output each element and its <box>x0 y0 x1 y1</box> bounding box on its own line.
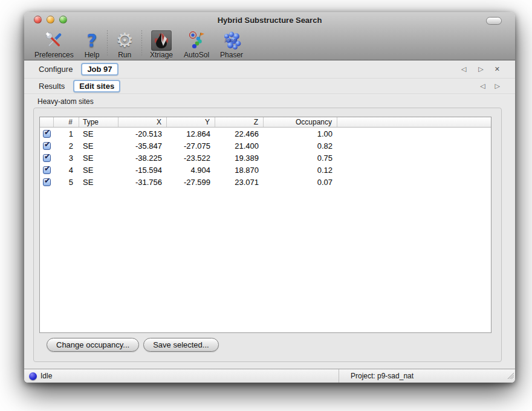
subtab-nav-left-icon[interactable]: ◁ <box>478 82 487 90</box>
sites-table-header: # Type X Y Z Occupancy <box>40 117 491 128</box>
phaser-label: Phaser <box>220 51 243 59</box>
site-y-cell: 4.904 <box>167 166 215 175</box>
site-occupancy-cell: 0.82 <box>264 141 337 150</box>
zoom-window-button[interactable] <box>59 16 67 24</box>
window-header: Hybrid Substructure Search <box>24 12 515 60</box>
content-area: Configure Job 97 ◁ ▷ ✕ Results Edit site… <box>24 60 515 369</box>
traffic-lights <box>34 16 67 24</box>
tab-job-97[interactable]: Job 97 <box>81 63 118 76</box>
preferences-label: Preferences <box>34 51 74 59</box>
sub-tab-bar: Results Edit sites ◁ ▷ <box>24 79 515 94</box>
help-label: Help <box>85 51 100 59</box>
subtab-nav-right-icon[interactable]: ▷ <box>493 82 502 90</box>
table-row[interactable]: 1 SE -20.513 12.864 22.466 1.00 <box>40 128 491 140</box>
site-occupancy-cell: 0.12 <box>264 166 337 175</box>
table-actions: Change occupancy... Save selected... <box>47 338 492 352</box>
xtriage-drop-icon <box>151 30 172 51</box>
toolbar-separator <box>107 30 108 57</box>
site-num-cell: 2 <box>54 141 79 150</box>
header-checkbox-col[interactable] <box>40 117 54 127</box>
toolbar-toggle-pill-button[interactable] <box>486 17 502 25</box>
gear-icon: ⚙ <box>115 30 134 51</box>
header-occupancy[interactable]: Occupancy <box>264 117 337 127</box>
site-checkbox[interactable] <box>43 166 51 174</box>
titlebar[interactable]: Hybrid Substructure Search <box>24 12 515 28</box>
toolbar-separator <box>141 30 142 57</box>
site-x-cell: -20.513 <box>118 129 167 138</box>
table-row[interactable]: 4 SE -15.594 4.904 18.870 0.12 <box>40 164 491 176</box>
site-z-cell: 22.466 <box>215 129 264 138</box>
site-y-cell: -27.075 <box>167 141 215 150</box>
question-mark-icon: ? <box>87 30 97 51</box>
crossed-tools-icon <box>43 30 65 51</box>
tab-nav-right-icon[interactable]: ▷ <box>476 65 485 73</box>
site-type-cell: SE <box>79 154 118 163</box>
site-z-cell: 21.400 <box>215 141 264 150</box>
site-checkbox[interactable] <box>43 154 51 162</box>
site-occupancy-cell: 0.07 <box>264 178 337 187</box>
help-button[interactable]: ? Help <box>79 29 105 59</box>
site-type-cell: SE <box>79 141 118 150</box>
change-occupancy-button[interactable]: Change occupancy... <box>47 338 139 352</box>
site-num-cell: 4 <box>54 166 79 175</box>
tab-edit-sites[interactable]: Edit sites <box>73 80 120 92</box>
site-x-cell: -35.847 <box>118 141 167 150</box>
window-title: Hybrid Substructure Search <box>24 16 515 25</box>
run-button[interactable]: ⚙ Run <box>110 29 139 59</box>
phaser-button[interactable]: phaser Phaser <box>215 29 248 59</box>
site-checkbox[interactable] <box>43 142 51 150</box>
site-z-cell: 18.870 <box>215 166 264 175</box>
site-y-cell: -27.599 <box>167 178 215 187</box>
tab-close-icon[interactable]: ✕ <box>493 65 502 73</box>
status-separator <box>339 369 339 383</box>
tab-nav-left-icon[interactable]: ◁ <box>459 65 468 73</box>
resize-grip[interactable] <box>506 371 514 381</box>
run-label: Run <box>118 51 131 59</box>
table-row[interactable]: 3 SE -38.225 -23.522 19.389 0.75 <box>40 152 491 164</box>
autosol-label: AutoSol <box>184 51 209 59</box>
main-tab-bar: Configure Job 97 ◁ ▷ ✕ <box>24 60 515 79</box>
section-title: Heavy-atom sites <box>24 94 515 108</box>
toolbar: Preferences ? Help ⚙ Run <box>24 28 515 60</box>
site-x-cell: -15.594 <box>118 166 167 175</box>
header-filler <box>337 117 491 127</box>
phaser-icon-text: phaser <box>224 38 238 43</box>
site-occupancy-cell: 1.00 <box>264 129 337 138</box>
save-selected-button[interactable]: Save selected... <box>143 338 219 352</box>
tab-results[interactable]: Results <box>35 80 68 92</box>
close-window-button[interactable] <box>34 16 42 24</box>
sites-table: # Type X Y Z Occupancy 1 SE -20.513 12.8… <box>39 117 491 333</box>
table-row[interactable]: 2 SE -35.847 -27.075 21.400 0.82 <box>40 140 491 152</box>
sub-tab-nav: ◁ ▷ <box>478 79 502 94</box>
site-x-cell: -38.225 <box>118 154 167 163</box>
site-checkbox[interactable] <box>43 178 51 186</box>
xtriage-button[interactable]: Xtriage <box>144 29 178 59</box>
autosol-spiral-icon <box>187 30 206 51</box>
site-type-cell: SE <box>79 166 118 175</box>
xtriage-label: Xtriage <box>150 51 173 59</box>
status-text: Idle <box>41 372 52 380</box>
site-z-cell: 19.389 <box>215 154 264 163</box>
minimize-window-button[interactable] <box>47 16 54 24</box>
phaser-spheres-icon: phaser <box>221 30 242 51</box>
site-y-cell: 12.864 <box>167 129 215 138</box>
autosol-button[interactable]: AutoSol <box>178 29 215 59</box>
header-z[interactable]: Z <box>215 117 264 127</box>
site-checkbox[interactable] <box>43 130 51 138</box>
app-window: Hybrid Substructure Search <box>24 12 515 383</box>
status-idle-icon <box>29 372 37 380</box>
tab-configure[interactable]: Configure <box>35 63 76 75</box>
header-type[interactable]: Type <box>79 117 118 127</box>
preferences-button[interactable]: Preferences <box>29 29 79 59</box>
site-num-cell: 3 <box>54 154 79 163</box>
site-type-cell: SE <box>79 129 118 138</box>
header-num[interactable]: # <box>54 117 79 127</box>
project-label: Project: p9-sad_nat <box>351 372 414 380</box>
site-x-cell: -31.756 <box>118 178 167 187</box>
header-x[interactable]: X <box>118 117 167 127</box>
header-y[interactable]: Y <box>167 117 215 127</box>
site-type-cell: SE <box>79 178 118 187</box>
table-row[interactable]: 5 SE -31.756 -27.599 23.071 0.07 <box>40 176 491 188</box>
site-y-cell: -23.522 <box>167 154 215 163</box>
site-num-cell: 5 <box>54 178 79 187</box>
